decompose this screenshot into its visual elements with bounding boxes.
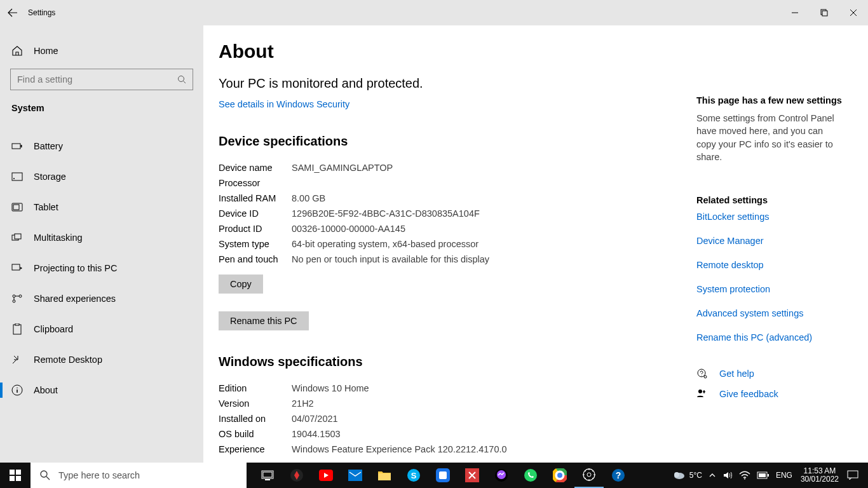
messenger-icon [494,468,508,482]
spec-key: Installed on [219,411,292,426]
windows-security-link[interactable]: See details in Windows Security [219,99,349,109]
spec-val: 00326-10000-00000-AA145 [292,221,489,236]
taskbar-app-messenger[interactable] [487,463,516,488]
search-input[interactable] [17,74,176,85]
taskbar-app-explorer[interactable] [370,463,399,488]
task-view-button[interactable] [253,463,282,488]
sidebar-item-projecting[interactable]: Projecting to this PC [0,253,203,283]
sidebar: Home System Battery Storage Tablet Multi… [0,25,203,463]
taskbar-app-3[interactable] [458,463,487,488]
svg-rect-31 [348,470,362,481]
app-icon [465,468,479,482]
sidebar-item-multitasking[interactable]: Multitasking [0,222,203,253]
feedback-icon [696,388,708,400]
tray-battery[interactable] [754,463,773,488]
protection-status: Your PC is monitored and protected. [219,76,868,91]
taskbar-app-1[interactable] [282,463,311,488]
spec-key: Version [219,396,292,411]
sidebar-item-storage[interactable]: Storage [0,161,203,192]
taskbar-app-whatsapp[interactable] [516,463,545,488]
link-bitlocker[interactable]: BitLocker settings [696,212,843,222]
task-view-icon [261,470,274,480]
svg-rect-22 [16,470,21,475]
link-remote-desktop[interactable]: Remote desktop [696,260,843,270]
tablet-icon [11,201,23,213]
taskbar-app-youtube[interactable] [311,463,341,488]
minimize-button[interactable] [780,0,810,25]
taskbar-pinned: S ? [253,463,633,488]
sidebar-item-clipboard[interactable]: Clipboard [0,314,203,344]
maximize-button[interactable] [810,0,839,25]
youtube-icon [319,470,333,481]
gear-icon [582,468,596,482]
sidebar-home[interactable]: Home [0,36,203,66]
sidebar-item-label: Storage [34,172,66,182]
sidebar-item-shared[interactable]: Shared experiences [0,283,203,314]
back-button[interactable] [0,0,25,25]
link-rename-advanced[interactable]: Rename this PC (advanced) [696,332,843,342]
start-button[interactable] [0,463,31,488]
taskbar-search[interactable]: Type here to search [31,463,247,488]
spec-key: Experience [219,442,292,457]
tray-wifi[interactable] [736,463,754,488]
sidebar-item-battery[interactable]: Battery [0,131,203,161]
svg-point-14 [13,300,15,302]
clipboard-icon [11,323,23,335]
spec-val: Windows Feature Experience Pack 120.2212… [292,442,507,457]
svg-point-40 [524,469,537,482]
link-give-feedback[interactable]: Give feedback [719,389,778,399]
sidebar-item-about[interactable]: About [0,375,203,405]
svg-text:?: ? [616,470,621,480]
spec-val: Windows 10 Home [292,381,507,396]
svg-point-6 [13,178,15,179]
sidebar-item-label: Multitasking [34,233,83,243]
taskbar-app-skype[interactable]: S [399,463,428,488]
taskbar-app-chrome[interactable] [545,463,574,488]
copy-button[interactable]: Copy [219,274,263,294]
svg-rect-1 [822,11,827,16]
svg-rect-28 [265,479,270,480]
main-content: About Your PC is monitored and protected… [203,25,868,463]
spec-val: 1296B20E-5F92-4BBC-A31C-D830835A104F [292,206,489,221]
rail-related-title: Related settings [696,195,843,205]
tray-action-center[interactable] [844,463,862,488]
chevron-up-icon [709,471,716,479]
sidebar-item-label: Projecting to this PC [34,263,117,273]
taskbar-app-mail[interactable] [341,463,370,488]
link-get-help[interactable]: Get help [719,369,754,379]
sidebar-item-tablet[interactable]: Tablet [0,192,203,222]
svg-point-25 [41,471,47,477]
tray-clock[interactable]: 11:53 AM 30/01/2022 [796,463,844,488]
minimize-icon [791,9,799,17]
battery-icon [11,140,23,152]
tray-weather[interactable]: 5°C [670,463,705,488]
link-device-manager[interactable]: Device Manager [696,236,843,246]
svg-point-47 [587,473,591,477]
tray-language[interactable]: ENG [773,463,796,488]
sidebar-item-label: Shared experiences [34,294,116,304]
link-system-protection[interactable]: System protection [696,284,843,294]
back-arrow-icon [8,8,18,18]
rename-pc-button[interactable]: Rename this PC [219,311,309,330]
rail-new-text: Some settings from Control Panel have mo… [696,112,843,163]
find-setting-search[interactable] [10,69,193,90]
tray-volume[interactable] [719,463,736,488]
sidebar-item-remote-desktop[interactable]: Remote Desktop [0,344,203,375]
taskbar-app-help[interactable]: ? [604,463,633,488]
spec-key: Edition [219,381,292,396]
svg-rect-55 [759,473,766,477]
titlebar: Settings [0,0,868,25]
search-icon [177,75,186,84]
tray-overflow[interactable] [705,463,719,488]
show-desktop[interactable] [862,463,868,488]
svg-rect-4 [21,145,22,147]
close-button[interactable] [839,0,868,25]
spec-val: 04/07/2021 [292,411,507,426]
weather-icon [673,470,686,480]
sidebar-item-label: Remote Desktop [34,355,102,365]
taskbar-app-settings[interactable] [574,463,604,488]
sidebar-item-label: Clipboard [34,324,73,334]
svg-rect-11 [12,264,20,270]
taskbar-app-2[interactable] [428,463,458,488]
link-advanced-system[interactable]: Advanced system settings [696,308,843,318]
